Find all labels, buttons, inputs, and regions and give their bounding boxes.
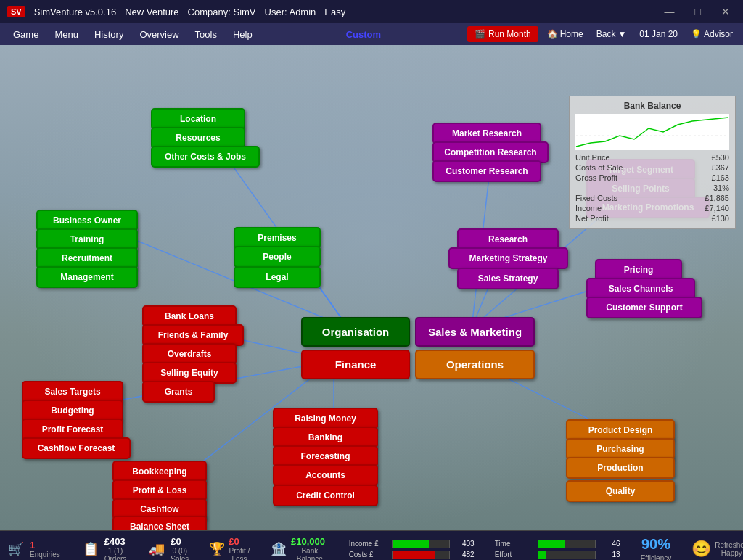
effort-label: Effort: [495, 551, 535, 559]
mood-emoji: 😊: [691, 540, 711, 559]
run-month-button[interactable]: 🎬 Run Month: [467, 26, 538, 42]
time-bar-bg: [538, 540, 596, 548]
minimize-button[interactable]: —: [659, 4, 681, 19]
user-label: User: Admin: [265, 7, 316, 17]
costs-label: Costs £: [349, 551, 389, 559]
menu-custom[interactable]: Custom: [339, 26, 388, 43]
difficulty-label: Easy: [324, 7, 345, 17]
node-marketing-strategy[interactable]: Marketing Strategy: [448, 247, 568, 269]
node-management[interactable]: Management: [36, 266, 138, 288]
chart-row-fixed-costs: Fixed Costs£1,865: [575, 194, 729, 202]
advisor-label: Advisor: [704, 29, 733, 39]
effort-bar-fill: [538, 551, 546, 559]
efficiency-value: 90%: [641, 536, 670, 553]
node-balance-sheet[interactable]: Balance Sheet: [112, 516, 207, 530]
hub-sales-marketing[interactable]: Sales & Marketing: [415, 317, 535, 347]
mood-label: Refreshed: [715, 541, 743, 549]
chart-visualization: [575, 114, 729, 150]
node-other-costs-jobs[interactable]: Other Costs & Jobs: [151, 146, 260, 168]
time-bar-fill: [538, 540, 565, 548]
effort-bar-bg: [538, 551, 596, 559]
efficiency-label: Efficiency: [641, 554, 672, 560]
costs-bar-row: Costs £ 482: [349, 551, 475, 559]
hub-organisation[interactable]: Organisation: [301, 317, 410, 347]
bank-value: £10,000: [291, 536, 329, 547]
run-month-label: Run Month: [488, 29, 531, 39]
app-title: SimVenture v5.0.16: [34, 7, 116, 17]
node-credit-control[interactable]: Credit Control: [273, 485, 378, 506]
time-bar-row: Time 46: [495, 540, 620, 548]
menu-history[interactable]: History: [87, 26, 131, 43]
time-effort-bars: Time 46 Effort 13: [495, 540, 620, 559]
status-enquiries: 🛒 1 Enquiries: [6, 539, 60, 559]
back-button[interactable]: Back ▼: [592, 26, 631, 42]
home-button[interactable]: 🏠 Home: [543, 26, 588, 42]
menu-menu[interactable]: Menu: [47, 26, 86, 43]
chart-row-costs-of-sale: Costs of Sale£367: [575, 163, 729, 172]
menu-game[interactable]: Game: [6, 26, 46, 43]
chart-row-gross-pct: 31%: [575, 184, 729, 192]
status-orders: 📋 £403 1 (1) Orders: [81, 536, 127, 561]
chart-panel: Bank Balance Unit Price£530 Costs of Sal…: [569, 96, 736, 229]
node-sales-strategy[interactable]: Sales Strategy: [457, 268, 559, 289]
chart-title: Bank Balance: [575, 101, 729, 111]
company-label: New Venture: [125, 7, 178, 17]
hub-operations[interactable]: Operations: [415, 350, 535, 379]
costs-bar-bg: [392, 551, 450, 559]
time-value: 46: [599, 540, 620, 548]
profit-label: Profit / Loss: [229, 547, 250, 561]
home-label: Home: [560, 29, 583, 39]
mood-sub: Happy: [715, 549, 743, 557]
menu-tools[interactable]: Tools: [188, 26, 224, 43]
node-customer-support[interactable]: Customer Support: [586, 297, 702, 318]
profit-value: £0: [229, 536, 250, 547]
enquiries-value: 1: [30, 540, 60, 551]
enquiries-label: Enquiries: [30, 551, 60, 559]
node-customer-research[interactable]: Customer Research: [432, 160, 541, 182]
effort-value: 13: [599, 551, 620, 559]
bank-icon: 🏦: [271, 539, 287, 559]
node-quality[interactable]: Quality: [566, 480, 675, 502]
income-value: 403: [453, 540, 475, 548]
enquiries-icon: 🛒: [6, 539, 26, 559]
status-profit: 🏆 £0 Profit / Loss: [209, 536, 250, 561]
chart-row-net-profit: Net Profit£130: [575, 214, 729, 223]
bank-label: Bank Balance: [291, 547, 329, 561]
node-accounts[interactable]: Accounts: [273, 464, 378, 486]
status-bar: 🛒 1 Enquiries 📋 £403 1 (1) Orders 🚚 £0 0…: [0, 530, 743, 560]
main-canvas: Location Resources Other Costs & Jobs Bu…: [0, 45, 743, 530]
income-bar-row: Income £ 403: [349, 540, 475, 548]
back-arrow-icon: ▼: [617, 29, 626, 39]
sales-value: £0: [171, 536, 189, 547]
chart-row-income: Income£7,140: [575, 204, 729, 213]
maximize-button[interactable]: □: [689, 4, 707, 19]
node-legal[interactable]: Legal: [234, 266, 321, 288]
close-button[interactable]: ✕: [715, 4, 736, 19]
toolbar-group: 🎬 Run Month 🏠 Home Back ▼ 01 Jan 20 💡 Ad…: [467, 26, 737, 42]
company-name: Company: SimV: [188, 7, 256, 17]
app-logo: SV: [7, 6, 25, 17]
income-bar-bg: [392, 540, 450, 548]
hub-finance[interactable]: Finance: [301, 350, 410, 379]
orders-icon: 📋: [81, 539, 101, 559]
advisor-button[interactable]: 💡 Advisor: [686, 26, 737, 42]
run-month-icon: 🎬: [475, 29, 485, 39]
time-label: Time: [495, 540, 535, 548]
orders-sub: 1 (1): [104, 547, 127, 555]
sales-label: Sales: [171, 555, 189, 561]
advisor-icon: 💡: [691, 29, 702, 39]
node-grants[interactable]: Grants: [142, 381, 215, 403]
node-production[interactable]: Production: [566, 457, 675, 479]
menu-bar: Game Menu History Overview Tools Help Cu…: [0, 23, 743, 45]
title-bar: SV SimVenture v5.0.16 New Venture Compan…: [0, 0, 743, 23]
menu-overview[interactable]: Overview: [132, 26, 186, 43]
menu-help[interactable]: Help: [226, 26, 260, 43]
node-cashflow-forecast[interactable]: Cashflow Forecast: [22, 437, 131, 459]
effort-bar-row: Effort 13: [495, 551, 620, 559]
profit-icon: 🏆: [209, 539, 225, 559]
income-bar-fill: [393, 540, 430, 548]
node-people[interactable]: People: [234, 246, 321, 268]
chart-row-gross-profit: Gross Profit£163: [575, 173, 729, 182]
back-label: Back: [596, 29, 616, 39]
sales-icon: 🚚: [147, 539, 167, 559]
